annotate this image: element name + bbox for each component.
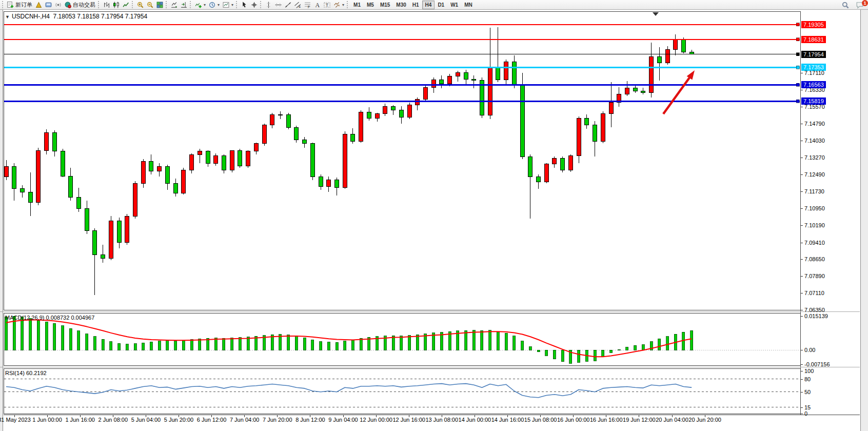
candle: [528, 156, 532, 177]
candle: [431, 80, 436, 87]
candle: [327, 180, 331, 187]
macd-panel: [4, 316, 800, 363]
rsi-indicator-label: RSI(14) 60.2192: [5, 370, 47, 376]
candle: [649, 57, 654, 93]
candle: [391, 107, 396, 110]
chart-shift-marker[interactable]: [653, 12, 659, 16]
level-anchor: [796, 100, 799, 103]
candle: [133, 183, 137, 216]
price-tick: 7.12490: [804, 171, 825, 178]
candle: [182, 170, 186, 193]
candle: [278, 114, 282, 115]
price-tick: 7.09410: [804, 240, 825, 246]
candle: [544, 164, 548, 182]
collapse-arrow-icon[interactable]: ▼: [5, 14, 10, 19]
candle: [303, 140, 307, 144]
time-label: 9 Jun 04:00: [328, 417, 358, 423]
candle: [262, 125, 266, 144]
time-label: 12 Jun 00:00: [360, 417, 392, 423]
ohlc-readout: 7.18053 7.18158 7.17954 7.17954: [53, 13, 148, 20]
price-badge: 7.17353: [801, 64, 826, 71]
rsi-tick: 15: [804, 404, 811, 410]
candle: [69, 177, 73, 198]
candle: [117, 221, 121, 243]
candle: [109, 221, 113, 258]
mt4-application: 新订单自动交易▾▾▾EFAT▾M1M5M15M30H1H4D1W1MN1 ▼US…: [0, 0, 868, 431]
time-label: 1 Jun 00:00: [32, 417, 62, 423]
candle: [504, 62, 508, 80]
price-tick: 7.11730: [804, 188, 824, 194]
candle: [464, 73, 468, 80]
candle: [423, 87, 427, 100]
time-label: 2 Jun 08:00: [98, 417, 128, 423]
candle: [206, 151, 210, 164]
candle: [286, 114, 290, 128]
candle: [238, 151, 242, 166]
time-label: 5 Jun 20:00: [164, 417, 194, 423]
candle: [488, 67, 492, 115]
price-tick: 7.07890: [804, 273, 825, 279]
candle: [12, 167, 16, 189]
time-label: 6 Jun 12:00: [197, 417, 227, 423]
candle: [270, 115, 274, 125]
level-anchor: [796, 38, 799, 41]
candle: [359, 112, 363, 142]
candle: [214, 155, 218, 163]
candle: [577, 118, 581, 155]
candle: [351, 134, 355, 142]
candle: [294, 128, 299, 140]
candle: [472, 80, 476, 81]
price-tick: 7.10950: [804, 205, 825, 211]
price-tick: 7.14790: [804, 121, 825, 127]
candle: [45, 132, 49, 151]
candle: [520, 85, 524, 157]
candle: [416, 100, 420, 105]
level-anchor: [796, 83, 799, 86]
candle: [165, 167, 169, 183]
candle: [222, 155, 226, 170]
symbol-name: USDCNH-,H4: [12, 13, 50, 20]
candle: [141, 161, 145, 183]
candle: [641, 91, 645, 93]
time-label: 20 Jun 04:00: [656, 417, 688, 423]
price-tick: 7.10190: [804, 222, 825, 228]
macd-tick: 0.015139: [804, 313, 828, 319]
candle: [625, 88, 629, 94]
macd-tick: 0.00: [804, 347, 815, 353]
candle: [149, 161, 153, 171]
macd-signal-line: [6, 320, 692, 357]
level-anchor: [796, 53, 799, 56]
candle: [440, 80, 444, 84]
candle: [85, 208, 89, 230]
rsi-panel: [4, 379, 800, 407]
candle: [383, 107, 387, 114]
price-badge: 7.19305: [801, 21, 826, 28]
candle: [689, 52, 694, 54]
time-label: 12 Jun 16:00: [392, 417, 425, 423]
time-label: 7 Jun 20:00: [263, 417, 292, 423]
time-label: 20 Jun 20:00: [688, 417, 721, 423]
price-badge: 7.16563: [801, 81, 826, 88]
candle: [198, 151, 202, 154]
time-label: 1 Jun 16:00: [65, 417, 95, 423]
candle: [674, 40, 678, 50]
candle: [496, 67, 500, 80]
candle: [456, 73, 460, 76]
candle: [561, 158, 565, 170]
candle: [173, 183, 177, 193]
candle: [601, 114, 605, 142]
price-badge: 7.15819: [801, 97, 826, 105]
price-tick: 7.07110: [804, 290, 824, 296]
candle: [553, 158, 557, 164]
trend-arrow[interactable]: [663, 70, 695, 114]
chart-canvas[interactable]: [0, 0, 868, 431]
time-label: 16 Jun 00:00: [557, 417, 590, 423]
time-label: 15 Jun 08:00: [524, 417, 557, 423]
candle: [633, 88, 637, 91]
panel-frames: [0, 11, 860, 415]
macd-indicator-label: MACD(12,26,9) 0.008732 0.004967: [5, 315, 94, 321]
candle: [93, 230, 97, 254]
candle: [254, 144, 258, 151]
candle: [568, 155, 573, 170]
level-anchor: [796, 66, 799, 69]
